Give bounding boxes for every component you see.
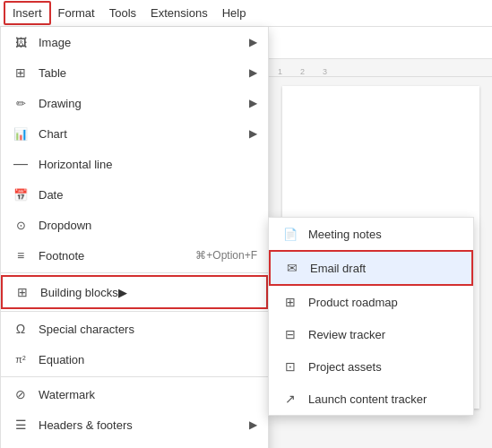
table-label: Table <box>39 66 249 80</box>
ruler-mark-3: 3 <box>323 67 327 76</box>
menu-extensions[interactable]: Extensions <box>143 3 215 23</box>
dropdown-icon <box>12 216 30 234</box>
watermark-icon <box>12 385 30 403</box>
menu-format[interactable]: Format <box>51 3 102 23</box>
project-label: Project assets <box>308 360 382 374</box>
headers-label: Headers & footers <box>39 418 249 432</box>
hline-label: Horizontal line <box>39 158 257 171</box>
project-icon <box>281 358 299 375</box>
blocks-arrow: ▶ <box>118 286 127 299</box>
image-icon <box>12 33 30 51</box>
drawing-arrow: ▶ <box>249 97 257 109</box>
menu-row-watermark[interactable]: Watermark <box>1 379 268 409</box>
hline-icon <box>12 155 30 173</box>
menu-row-chart[interactable]: Chart ▶ <box>1 118 268 149</box>
launch-label: Launch content tracker <box>308 392 427 406</box>
product-label: Product roadmap <box>308 296 398 309</box>
menu-row-drawing[interactable]: Drawing ▶ <box>1 88 268 118</box>
chart-arrow: ▶ <box>249 127 257 140</box>
menu-row-dropdown[interactable]: Dropdown <box>1 210 268 240</box>
special-icon <box>12 320 30 338</box>
special-label: Special characters <box>39 323 257 336</box>
blocks-label: Building blocks <box>40 286 118 299</box>
meeting-label: Meeting notes <box>308 228 382 241</box>
equation-label: Equation <box>39 353 257 366</box>
product-icon <box>281 293 299 311</box>
submenu-row-email[interactable]: Email draft <box>269 250 473 286</box>
chart-icon <box>12 125 30 142</box>
date-label: Date <box>39 188 257 202</box>
launch-icon <box>281 390 299 408</box>
building-blocks-submenu: Meeting notes Email draft Product roadma… <box>268 217 474 416</box>
menu-row-equation[interactable]: Equation <box>1 344 268 375</box>
dropdown-label: Dropdown <box>39 219 257 232</box>
table-icon <box>12 64 30 82</box>
ruler-marks: 1 2 3 <box>269 59 492 76</box>
ruler: 1 2 3 <box>269 59 492 77</box>
menu-row-hline[interactable]: Horizontal line <box>1 149 268 179</box>
image-label: Image <box>39 36 249 49</box>
equation-icon <box>12 350 30 368</box>
footnote-icon <box>12 246 30 264</box>
menu-help[interactable]: Help <box>215 3 254 23</box>
menu-insert[interactable]: Insert <box>4 1 51 25</box>
submenu-row-launch[interactable]: Launch content tracker <box>269 383 473 415</box>
menu-row-image[interactable]: Image ▶ <box>1 27 268 57</box>
menu-row-footnote[interactable]: Footnote ⌘+Option+F <box>1 240 268 271</box>
ruler-mark-1: 1 <box>278 67 282 76</box>
watermark-label: Watermark <box>39 388 257 401</box>
menu-tools[interactable]: Tools <box>102 3 143 23</box>
submenu-row-meeting[interactable]: Meeting notes <box>269 218 473 250</box>
submenu-row-review[interactable]: Review tracker <box>269 318 473 350</box>
footnote-shortcut: ⌘+Option+F <box>195 249 257 262</box>
menu-row-special[interactable]: Special characters <box>1 314 268 344</box>
submenu-row-project[interactable]: Project assets <box>269 350 473 383</box>
menu-row-headers[interactable]: Headers & footers ▶ <box>1 409 268 440</box>
drawing-icon <box>12 94 30 112</box>
table-arrow: ▶ <box>249 66 257 79</box>
menu-divider-2 <box>1 311 268 312</box>
menu-divider-3 <box>1 376 268 377</box>
date-icon <box>12 185 30 203</box>
chart-label: Chart <box>39 127 249 141</box>
review-label: Review tracker <box>308 328 385 341</box>
headers-icon <box>12 416 30 434</box>
image-arrow: ▶ <box>249 36 257 48</box>
headers-arrow: ▶ <box>249 418 257 431</box>
drawing-label: Drawing <box>39 97 249 110</box>
meeting-icon <box>281 225 299 243</box>
footnote-label: Footnote <box>39 249 195 263</box>
menu-row-pages[interactable]: Page numbers ▶ <box>1 440 268 448</box>
ruler-mark-2: 2 <box>300 67 305 76</box>
email-label: Email draft <box>310 262 366 275</box>
review-icon <box>281 325 299 343</box>
menu-bar: Insert Format Tools Extensions Help <box>0 0 492 27</box>
menu-divider-1 <box>1 272 268 273</box>
blocks-icon <box>13 283 31 301</box>
menu-row-building-blocks[interactable]: Building blocks ▶ <box>1 275 268 309</box>
insert-dropdown: Image ▶ Table ▶ Drawing ▶ Chart ▶ Horizo… <box>0 27 269 448</box>
email-icon <box>283 259 301 277</box>
menu-row-table[interactable]: Table ▶ <box>1 57 268 88</box>
submenu-row-product[interactable]: Product roadmap <box>269 286 473 318</box>
menu-row-date[interactable]: Date <box>1 179 268 210</box>
